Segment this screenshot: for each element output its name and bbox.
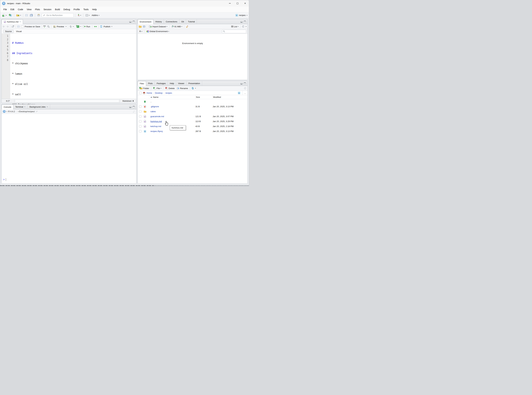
row-checkbox[interactable] xyxy=(139,125,141,127)
forward-icon[interactable] xyxy=(6,26,9,27)
file-link[interactable]: recipes.Rproj xyxy=(150,130,163,132)
preview-on-save-checkbox[interactable] xyxy=(21,25,23,28)
version-control-button[interactable] xyxy=(77,14,82,17)
cursor-position[interactable]: 8:27 xyxy=(2,99,14,103)
r-version-caret-icon[interactable] xyxy=(6,111,7,112)
jobs-close-icon[interactable] xyxy=(47,106,48,108)
file-link-hummus[interactable]: hummus.md xyxy=(150,120,162,123)
maximize-pane-icon[interactable] xyxy=(244,21,246,23)
new-project-button[interactable]: R xyxy=(8,13,12,17)
tab-history[interactable]: History xyxy=(153,19,164,24)
refresh-icon[interactable] xyxy=(242,25,244,28)
menu-help[interactable]: Help xyxy=(90,7,98,11)
file-link[interactable]: guacamole.md xyxy=(150,115,164,118)
code-editor[interactable]: 12 34 56 78 # Hummus ## Ingredients * ch… xyxy=(2,34,136,99)
workspace-panes-button[interactable] xyxy=(85,14,90,17)
menu-session[interactable]: Session xyxy=(42,7,53,11)
delete-button[interactable]: Delete xyxy=(165,87,175,90)
console-output[interactable]: > xyxy=(2,114,136,184)
open-in-new-window-icon[interactable] xyxy=(12,25,14,27)
save-workspace-icon[interactable] xyxy=(143,25,145,28)
file-link[interactable]: ketchup.md xyxy=(150,125,161,127)
back-icon[interactable] xyxy=(3,26,5,27)
language-mode-selector[interactable]: Markdown xyxy=(120,99,136,103)
select-all-checkbox[interactable] xyxy=(139,92,142,94)
more-columns-button[interactable]: ... xyxy=(242,91,248,95)
publish-caret-icon[interactable] xyxy=(111,26,112,27)
environment-selector[interactable]: Global Environment xyxy=(146,30,170,33)
tab-environment[interactable]: Environment xyxy=(138,19,153,24)
menu-build[interactable]: Build xyxy=(53,7,61,11)
minimize-pane-icon[interactable] xyxy=(240,83,243,84)
row-checkbox[interactable] xyxy=(139,115,141,118)
open-directory-icon[interactable] xyxy=(36,111,38,113)
maximize-pane-icon[interactable] xyxy=(244,82,246,84)
files-more-gear-icon[interactable] xyxy=(191,87,194,89)
menu-profile[interactable]: Profile xyxy=(72,7,82,11)
folder-link[interactable]: cakes xyxy=(150,110,156,113)
memory-usage-button[interactable]: 91 MiB xyxy=(171,25,183,28)
maximize-pane-icon[interactable] xyxy=(133,106,135,108)
save-icon[interactable] xyxy=(17,25,20,28)
mode-source-button[interactable]: Source xyxy=(3,30,14,33)
menu-plots[interactable]: Plots xyxy=(33,7,42,11)
menu-code[interactable]: Code xyxy=(16,7,25,11)
column-header-name[interactable]: Name xyxy=(149,95,195,99)
column-header-modified[interactable]: Modified xyxy=(213,95,248,99)
save-all-button[interactable] xyxy=(29,14,33,17)
project-menu-button[interactable]: R recipes xyxy=(235,14,247,16)
tab-viewer[interactable]: Viewer xyxy=(176,81,187,86)
tab-tutorial[interactable]: Tutorial xyxy=(186,19,197,24)
clear-console-broom-icon[interactable] xyxy=(132,110,135,113)
minimize-window-button[interactable] xyxy=(226,0,234,6)
column-header-size[interactable]: Size xyxy=(195,95,213,99)
files-gear-caret-icon[interactable] xyxy=(195,88,196,89)
minimize-pane-icon[interactable] xyxy=(129,106,131,108)
environment-search-input[interactable] xyxy=(226,30,243,33)
home-icon[interactable] xyxy=(143,92,145,94)
tab-plots[interactable]: Plots xyxy=(146,81,155,86)
row-checkbox[interactable] xyxy=(139,110,141,113)
tab-git[interactable]: Git xyxy=(179,19,186,24)
clear-environment-broom-icon[interactable] xyxy=(186,25,188,28)
insert-chunk-caret-icon[interactable] xyxy=(80,26,81,27)
settings-caret-icon[interactable] xyxy=(73,26,74,27)
row-checkbox[interactable] xyxy=(139,105,141,108)
maximize-window-button[interactable] xyxy=(234,0,241,6)
settings-gear-icon[interactable] xyxy=(69,25,72,28)
goto-file-search[interactable] xyxy=(42,13,74,17)
new-folder-button[interactable]: Folder xyxy=(139,87,150,90)
language-selector[interactable]: R xyxy=(139,30,143,33)
insert-chunk-icon[interactable] xyxy=(77,25,79,28)
rerun-icon[interactable] xyxy=(94,26,97,27)
publish-icon[interactable] xyxy=(100,25,103,28)
new-file-button[interactable] xyxy=(2,13,7,17)
tab-help[interactable]: Help xyxy=(168,81,176,86)
tab-terminal[interactable]: Terminal xyxy=(13,104,28,109)
rename-button[interactable]: Rename xyxy=(176,87,188,90)
row-checkbox[interactable] xyxy=(139,120,141,123)
file-link[interactable]: .gitignore xyxy=(150,105,159,108)
breadcrumb-home[interactable]: Home xyxy=(147,92,152,94)
find-replace-icon[interactable] xyxy=(47,25,50,28)
print-button[interactable] xyxy=(37,14,41,17)
refresh-caret-icon[interactable] xyxy=(246,26,246,27)
row-checkbox[interactable] xyxy=(139,130,141,132)
editor-tab-hummus[interactable]: MD hummus.md xyxy=(2,19,23,24)
tab-packages[interactable]: Packages xyxy=(155,81,168,86)
spellcheck-icon[interactable] xyxy=(43,25,46,28)
terminal-close-icon[interactable] xyxy=(24,106,26,108)
menu-tools[interactable]: Tools xyxy=(82,7,90,11)
addins-button[interactable]: Addins xyxy=(91,14,100,17)
menu-file[interactable]: File xyxy=(2,7,9,11)
new-file-button[interactable]: File xyxy=(153,87,162,90)
refresh-files-icon[interactable] xyxy=(244,87,246,89)
minimize-pane-icon[interactable] xyxy=(240,21,243,23)
tab-files[interactable]: Files xyxy=(138,81,146,86)
close-window-button[interactable] xyxy=(241,0,249,6)
menu-view[interactable]: View xyxy=(25,7,33,11)
maximize-pane-icon[interactable] xyxy=(133,21,135,23)
tab-connections[interactable]: Connections xyxy=(164,19,179,24)
environment-search[interactable] xyxy=(222,30,246,33)
run-button[interactable]: Run xyxy=(82,25,91,28)
